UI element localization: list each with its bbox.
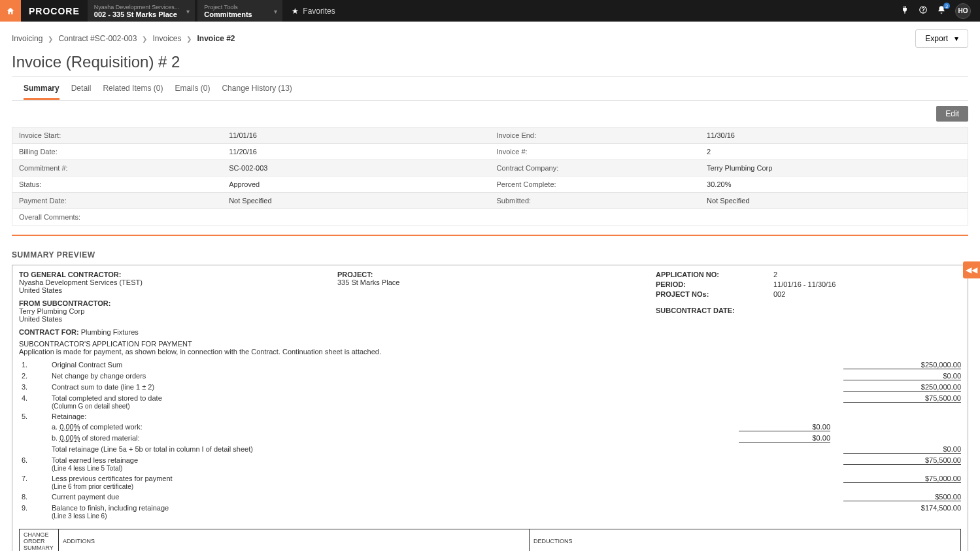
to-gc-country: United States	[19, 286, 324, 294]
invoice-start-value: 11/01/16	[222, 127, 490, 144]
logo[interactable]: PROCORE	[21, 0, 88, 22]
tabs: Summary Detail Related Items (0) Emails …	[12, 77, 968, 101]
project-selector[interactable]: Nyasha Development Services... 002 - 335…	[88, 0, 195, 22]
pay-line-8: 8. Current payment due $500.00	[19, 492, 961, 503]
app-pay-title: SUBCONTRACTOR'S APPLICATION FOR PAYMENT	[19, 340, 961, 348]
status-label: Status:	[12, 176, 223, 193]
payment-date-value: Not Specified	[222, 193, 490, 209]
project-selector-title: 002 - 335 St Marks Place	[94, 10, 180, 18]
pay-line-6: 6. Total earned less retainage(Line 4 le…	[19, 455, 961, 473]
invoice-num-label: Invoice #:	[490, 144, 700, 160]
table-row: Payment Date: Not Specified Submitted: N…	[12, 193, 968, 209]
to-gc-name: Nyasha Development Services (TEST)	[19, 278, 324, 286]
tab-emails[interactable]: Emails (0)	[175, 84, 210, 100]
topbar-right: 3 HO	[900, 0, 980, 22]
contract-for-value: Plumbing Fixtures	[81, 328, 139, 336]
table-row: Overall Comments:	[12, 209, 968, 225]
commitment-value: SC-002-003	[222, 160, 490, 176]
line5b-amount: $0.00	[739, 434, 830, 442]
pay-line-1: 1. Original Contract Sum $250,000.00	[19, 359, 961, 371]
help-icon[interactable]	[919, 5, 928, 16]
tools-selector[interactable]: Project Tools Commitments	[197, 0, 282, 22]
breadcrumb-current: Invoice #2	[197, 34, 235, 43]
project-label: PROJECT:	[337, 271, 643, 278]
table-row: Invoice Start: 11/01/16 Invoice End: 11/…	[12, 127, 968, 144]
company-label: Contract Company:	[490, 160, 700, 176]
submitted-label: Submitted:	[490, 193, 700, 209]
favorites-label: Favorites	[303, 7, 335, 16]
chevron-right-icon: ❯	[142, 35, 147, 42]
change-order-table: CHANGE ORDER SUMMARY ADDITIONS DEDUCTION…	[19, 529, 961, 551]
pay-line-3: 3. Contract sum to date (line 1 ± 2) $25…	[19, 382, 961, 393]
divider	[12, 235, 968, 236]
home-button[interactable]	[0, 0, 21, 22]
submitted-value: Not Specified	[700, 193, 968, 209]
line5tot-amount: $0.00	[843, 445, 961, 454]
line5a-amount: $0.00	[739, 423, 830, 431]
comments-value	[222, 209, 968, 225]
period-value: 11/01/16 - 11/30/16	[773, 280, 961, 288]
tab-detail[interactable]: Detail	[71, 84, 92, 100]
export-label: Export	[925, 34, 948, 43]
tab-change-history[interactable]: Change History (13)	[222, 84, 292, 100]
breadcrumb-row: Invoicing ❯ Contract #SC-002-003 ❯ Invoi…	[0, 22, 980, 53]
contract-for-row: CONTRACT FOR: Plumbing Fixtures	[19, 328, 961, 336]
subcon-date-value	[773, 307, 961, 314]
pay-line-5tot: Total retainage (Line 5a + 5b or total i…	[19, 444, 961, 455]
breadcrumb-contract[interactable]: Contract #SC-002-003	[58, 34, 137, 43]
chevron-right-icon: ❯	[48, 35, 53, 42]
chevron-down-icon: ▾	[955, 34, 958, 43]
co-summary-header: CHANGE ORDER SUMMARY	[20, 529, 59, 552]
co-deductions-header: DEDUCTIONS	[530, 529, 961, 552]
line1-amount: $250,000.00	[843, 361, 961, 369]
pay-line-7: 7. Less previous certificates for paymen…	[19, 473, 961, 492]
line7-amount: $75,000.00	[843, 475, 961, 483]
commitment-label: Commitment #:	[12, 160, 223, 176]
head-col-left: TO GENERAL CONTRACTOR: Nyasha Developmen…	[19, 271, 324, 323]
tools-selector-subtitle: Project Tools	[204, 4, 267, 10]
pay-line-9: 9. Balance to finish, including retainag…	[19, 503, 961, 521]
from-sub-name: Terry Plumbing Corp	[19, 307, 324, 315]
percent-label: Percent Complete:	[490, 176, 700, 193]
table-row: Status: Approved Percent Complete: 30.20…	[12, 176, 968, 193]
line2-amount: $0.00	[843, 372, 961, 380]
app-pay-section: SUBCONTRACTOR'S APPLICATION FOR PAYMENT …	[19, 340, 961, 356]
breadcrumb: Invoicing ❯ Contract #SC-002-003 ❯ Invoi…	[12, 34, 235, 43]
home-icon	[6, 7, 15, 16]
billing-date-label: Billing Date:	[12, 144, 223, 160]
breadcrumb-invoices[interactable]: Invoices	[152, 34, 181, 43]
app-no-label: APPLICATION NO:	[656, 271, 773, 278]
percent-value: 30.20%	[700, 176, 968, 193]
side-collapse-tab[interactable]: ◀◀	[963, 261, 980, 278]
tab-related-items[interactable]: Related Items (0)	[103, 84, 163, 100]
period-label: PERIOD:	[656, 280, 773, 288]
co-additions-header: ADDITIONS	[59, 529, 530, 552]
notifications-icon[interactable]: 3	[937, 5, 946, 16]
avatar[interactable]: HO	[955, 3, 971, 19]
head-col-mid: PROJECT: 335 St Marks Place	[337, 271, 643, 323]
payment-date-label: Payment Date:	[12, 193, 223, 209]
proj-nos-label: PROJECT NOs:	[656, 290, 773, 298]
pay-line-4: 4. Total completed and stored to date(Co…	[19, 393, 961, 411]
pay-line-5b: b. 0.00% of stored material: $0.00	[19, 433, 961, 444]
project-name: 335 St Marks Place	[337, 278, 643, 286]
from-sub-country: United States	[19, 315, 324, 323]
table-row: Billing Date: 11/20/16 Invoice #: 2	[12, 144, 968, 160]
favorites-link[interactable]: ★ Favorites	[285, 0, 341, 22]
edit-row: Edit	[0, 101, 980, 127]
head-col-right: APPLICATION NO:2 PERIOD:11/01/16 - 11/30…	[656, 271, 961, 323]
plug-icon[interactable]	[900, 5, 909, 16]
summary-preview-header: SUMMARY PREVIEW	[0, 245, 980, 265]
tab-summary[interactable]: Summary	[24, 84, 59, 100]
breadcrumb-invoicing[interactable]: Invoicing	[12, 34, 42, 43]
edit-button[interactable]: Edit	[936, 106, 968, 122]
payment-lines: 1. Original Contract Sum $250,000.00 2. …	[19, 359, 961, 521]
star-icon: ★	[292, 7, 299, 16]
export-button[interactable]: Export ▾	[915, 29, 968, 48]
pay-line-2: 2. Net change by change orders $0.00	[19, 371, 961, 382]
contract-for-label: CONTRACT FOR:	[19, 328, 79, 336]
pay-line-5a: a. 0.00% of completed work: $0.00	[19, 422, 961, 433]
title-wrap: Invoice (Requisition) # 2	[12, 53, 968, 77]
to-gc-label: TO GENERAL CONTRACTOR:	[19, 271, 324, 278]
subcon-date-label: SUBCONTRACT DATE:	[656, 307, 773, 314]
